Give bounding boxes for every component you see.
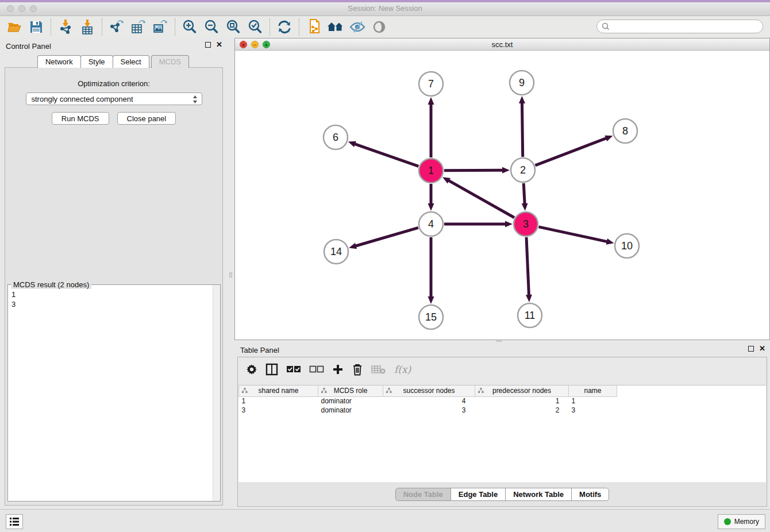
search-box[interactable] (596, 20, 763, 33)
table-cell[interactable]: 3 (239, 406, 318, 415)
graph-edge-4-14[interactable] (355, 228, 418, 246)
table-row[interactable]: 3dominator323 (239, 406, 617, 415)
column-header[interactable]: name (569, 385, 617, 396)
delete-column-icon[interactable] (352, 363, 363, 376)
float-panel-icon[interactable] (205, 42, 211, 48)
refresh-icon[interactable] (274, 18, 295, 36)
gear-icon[interactable] (246, 364, 257, 375)
table-toolbar: f(x) (238, 357, 767, 381)
zoom-fit-icon[interactable] (222, 18, 244, 36)
zoom-selected-icon[interactable] (244, 18, 266, 36)
graph-edge-2-3[interactable] (523, 183, 525, 205)
eye-icon[interactable] (368, 18, 390, 36)
control-panel-tabs: Network Style Select MCDS (0, 55, 227, 68)
split-columns-icon[interactable] (265, 363, 278, 376)
graph-edge-2-8[interactable] (535, 138, 607, 165)
network-graph[interactable]: 7968124314101511 (235, 51, 769, 340)
open-session-icon[interactable] (3, 18, 25, 36)
network-canvas[interactable]: 7968124314101511 (235, 51, 769, 340)
table-cell[interactable]: 1 (475, 396, 569, 406)
column-header[interactable]: successor nodes (383, 385, 475, 396)
tab-edge-table[interactable]: Edge Table (451, 488, 506, 501)
tab-style[interactable]: Style (80, 55, 113, 68)
import-network-icon[interactable] (55, 18, 76, 36)
tab-select[interactable]: Select (113, 55, 149, 68)
table-panel-box: f(x) shared nameMCDS rolesuccessor nodes… (237, 357, 767, 507)
node-label: 6 (333, 132, 338, 143)
table-panel-title: Table Panel (240, 346, 279, 354)
tab-mcds[interactable]: MCDS (151, 55, 189, 68)
tab-motifs[interactable]: Motifs (571, 488, 609, 501)
edge-arrowhead (605, 136, 613, 141)
node-label: 7 (428, 78, 434, 90)
node-label: 9 (519, 77, 525, 88)
optimization-criterion-label: Optimization criterion: (5, 79, 222, 88)
splitter-handle[interactable] (229, 272, 232, 277)
tab-node-table[interactable]: Node Table (395, 488, 451, 501)
function-icon[interactable]: f(x) (394, 364, 411, 375)
delete-table-icon[interactable] (371, 364, 386, 375)
table-cell[interactable]: 1 (239, 396, 318, 406)
network-window-titlebar[interactable]: × − + scc.txt (235, 38, 769, 51)
tab-network-table[interactable]: Network Table (505, 488, 572, 501)
memory-button[interactable]: Memory (718, 514, 765, 529)
control-panel-title: Control Panel (6, 42, 51, 51)
close-panel-icon[interactable]: ✕ (759, 346, 765, 352)
mcds-result-text[interactable]: 1 3 (8, 288, 212, 501)
eye-slash-icon[interactable] (346, 18, 368, 36)
tab-network[interactable]: Network (37, 55, 81, 68)
table-cell[interactable]: 4 (383, 396, 475, 406)
window-titlebar: Session: New Session (0, 0, 770, 16)
table-cell[interactable]: dominator (318, 406, 383, 415)
edge-arrowhead (428, 97, 434, 105)
graph-edge-3-11[interactable] (526, 237, 529, 296)
table-cell[interactable]: 1 (569, 396, 617, 406)
mcds-result-title: MCDS result (2 nodes) (11, 280, 91, 289)
column-header[interactable]: MCDS role (318, 385, 383, 396)
export-image-icon[interactable] (149, 18, 171, 36)
edge-arrowhead (502, 167, 510, 174)
edge-arrowhead (349, 243, 357, 249)
save-session-icon[interactable] (25, 18, 47, 36)
graph-edge-3-10[interactable] (538, 227, 607, 242)
node-table[interactable]: shared nameMCDS rolesuccessor nodesprede… (238, 385, 766, 482)
search-icon (602, 22, 610, 30)
network-document-icon[interactable] (303, 18, 325, 36)
graph-edge-2-9[interactable] (522, 102, 522, 157)
result-scrollbar[interactable] (213, 285, 220, 501)
toolbar-separator (175, 18, 175, 36)
attribute-icon (478, 388, 484, 394)
graph-edge-1-6[interactable] (354, 144, 418, 166)
deselect-all-icon[interactable] (309, 365, 324, 373)
graph-edge-1-2[interactable] (444, 170, 503, 171)
node-label: 11 (525, 310, 536, 321)
float-panel-icon[interactable] (748, 346, 754, 352)
table-cell[interactable]: dominator (318, 396, 383, 406)
run-mcds-button[interactable]: Run MCDS (52, 112, 109, 125)
table-cell[interactable]: 3 (383, 406, 475, 415)
search-input[interactable] (610, 21, 763, 32)
column-header[interactable]: predecessor nodes (475, 385, 569, 396)
zoom-in-icon[interactable] (179, 18, 201, 36)
close-panel-button[interactable]: Close panel (117, 112, 176, 125)
select-all-icon[interactable] (286, 365, 301, 373)
table-cell[interactable]: 2 (475, 406, 569, 415)
table-cell[interactable]: 3 (569, 406, 617, 415)
graph-edge-3-1[interactable] (448, 180, 514, 218)
table-panel-header: Table Panel ✕ (234, 342, 770, 358)
export-network-icon[interactable] (106, 18, 128, 36)
column-header[interactable]: shared name (239, 385, 318, 396)
network-view-window: × − + scc.txt 7968124314101511 (234, 38, 770, 340)
close-panel-icon[interactable]: ✕ (216, 42, 222, 48)
export-table-icon[interactable] (128, 18, 149, 36)
dropdown-value: strongly connected component (32, 95, 133, 103)
optimization-criterion-select[interactable]: strongly connected component (26, 92, 202, 105)
dropdown-stepper-icon (192, 95, 198, 104)
houses-icon[interactable] (325, 18, 346, 36)
import-table-icon[interactable] (76, 18, 98, 36)
task-list-button[interactable] (6, 514, 23, 529)
add-column-icon[interactable] (332, 364, 344, 375)
zoom-out-icon[interactable] (201, 18, 222, 36)
table-row[interactable]: 1dominator411 (239, 396, 617, 406)
vertical-splitter[interactable] (229, 38, 233, 340)
